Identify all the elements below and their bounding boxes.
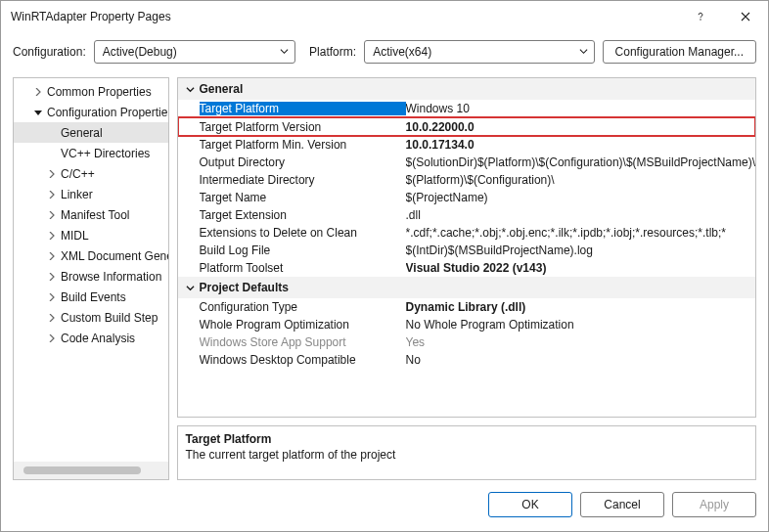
tree-node-manifest-tool[interactable]: Manifest Tool bbox=[14, 204, 169, 225]
tree-node-c-cpp[interactable]: C/C++ bbox=[14, 163, 169, 184]
navigation-tree[interactable]: Common Properties Configuration Properti… bbox=[13, 77, 169, 480]
expand-collapsed-icon bbox=[45, 170, 59, 178]
property-main: General Target Platform Windows 10 Targe… bbox=[177, 77, 756, 480]
horizontal-scrollbar[interactable] bbox=[14, 462, 168, 479]
property-row-target-name[interactable]: Target Name $(ProjectName) bbox=[178, 189, 755, 206]
configuration-manager-button[interactable]: Configuration Manager... bbox=[603, 40, 756, 64]
help-button[interactable] bbox=[678, 1, 723, 32]
cancel-button[interactable]: Cancel bbox=[580, 492, 664, 517]
property-row-target-platform-min-version[interactable]: Target Platform Min. Version 10.0.17134.… bbox=[178, 136, 755, 154]
property-pages-window: WinRTAdapter Property Pages Configuratio… bbox=[0, 0, 769, 532]
close-icon bbox=[741, 12, 750, 22]
property-row-build-log-file[interactable]: Build Log File $(IntDir)$(MSBuildProject… bbox=[178, 242, 755, 259]
tree-node-linker[interactable]: Linker bbox=[14, 184, 169, 204]
svg-point-0 bbox=[700, 19, 701, 20]
group-header-general[interactable]: General bbox=[178, 78, 755, 100]
platform-label: Platform: bbox=[309, 45, 356, 59]
chevron-down-icon bbox=[280, 45, 289, 59]
expand-expanded-icon bbox=[31, 109, 45, 116]
content-area: Common Properties Configuration Properti… bbox=[1, 77, 768, 488]
tree-node-vc-directories[interactable]: VC++ Directories bbox=[14, 143, 169, 163]
configuration-label: Configuration: bbox=[13, 45, 86, 59]
tree-node-code-analysis[interactable]: Code Analysis bbox=[14, 328, 169, 348]
expand-collapsed-icon bbox=[45, 334, 59, 342]
expand-collapsed-icon bbox=[45, 314, 59, 322]
tree-node-xml-doc-generator[interactable]: XML Document Generator bbox=[14, 245, 169, 266]
tree-node-midl[interactable]: MIDL bbox=[14, 225, 169, 245]
tree-node-custom-build-step[interactable]: Custom Build Step bbox=[14, 307, 169, 328]
expand-collapsed-icon bbox=[45, 273, 59, 281]
chevron-down-icon bbox=[182, 284, 200, 292]
chevron-down-icon bbox=[579, 45, 588, 59]
help-icon bbox=[695, 11, 706, 22]
tree-node-common-properties[interactable]: Common Properties bbox=[14, 81, 169, 102]
tree-node-browse-information[interactable]: Browse Information bbox=[14, 266, 169, 287]
property-row-target-platform[interactable]: Target Platform Windows 10 bbox=[178, 100, 755, 117]
chevron-down-icon bbox=[182, 85, 200, 94]
property-row-intermediate-directory[interactable]: Intermediate Directory $(Platform)\$(Con… bbox=[178, 171, 755, 189]
property-row-windows-store-app-support[interactable]: Windows Store App Support Yes bbox=[178, 333, 755, 351]
expand-collapsed-icon bbox=[45, 232, 59, 240]
description-panel: Target Platform The current target platf… bbox=[177, 425, 756, 480]
topbar: Configuration: Active(Debug) Platform: A… bbox=[1, 32, 768, 77]
property-row-output-directory[interactable]: Output Directory $(SolutionDir)$(Platfor… bbox=[178, 154, 755, 171]
close-button[interactable] bbox=[723, 1, 768, 32]
tree-node-general[interactable]: General bbox=[14, 122, 169, 143]
configuration-dropdown[interactable]: Active(Debug) bbox=[94, 40, 295, 64]
expand-collapsed-icon bbox=[45, 293, 59, 301]
group-header-project-defaults[interactable]: Project Defaults bbox=[178, 277, 755, 298]
tree-node-build-events[interactable]: Build Events bbox=[14, 287, 169, 307]
property-row-whole-program-optimization[interactable]: Whole Program Optimization No Whole Prog… bbox=[178, 316, 755, 333]
expand-collapsed-icon bbox=[45, 211, 59, 219]
scrollbar-thumb[interactable] bbox=[23, 466, 141, 474]
ok-button[interactable]: OK bbox=[488, 492, 572, 517]
expand-collapsed-icon bbox=[45, 252, 59, 260]
description-title: Target Platform bbox=[186, 432, 747, 446]
tree-node-configuration-properties[interactable]: Configuration Properties bbox=[14, 102, 169, 122]
dialog-footer: OK Cancel Apply bbox=[1, 488, 768, 531]
property-row-extensions-delete[interactable]: Extensions to Delete on Clean *.cdf;*.ca… bbox=[178, 224, 755, 242]
configuration-value: Active(Debug) bbox=[103, 45, 177, 59]
window-title: WinRTAdapter Property Pages bbox=[11, 10, 678, 23]
titlebar: WinRTAdapter Property Pages bbox=[1, 1, 768, 32]
platform-value: Active(x64) bbox=[373, 45, 431, 59]
description-text: The current target platform of the proje… bbox=[186, 448, 747, 462]
property-row-platform-toolset[interactable]: Platform Toolset Visual Studio 2022 (v14… bbox=[178, 259, 755, 277]
apply-button[interactable]: Apply bbox=[672, 492, 756, 517]
property-row-target-extension[interactable]: Target Extension .dll bbox=[178, 206, 755, 224]
property-grid[interactable]: General Target Platform Windows 10 Targe… bbox=[177, 77, 756, 418]
expand-collapsed-icon bbox=[45, 191, 59, 199]
property-row-target-platform-version[interactable]: Target Platform Version 10.0.22000.0 bbox=[178, 117, 755, 136]
expand-collapsed-icon bbox=[31, 88, 45, 96]
property-row-windows-desktop-compatible[interactable]: Windows Desktop Compatible No bbox=[178, 351, 755, 369]
platform-dropdown[interactable]: Active(x64) bbox=[364, 40, 594, 64]
property-row-configuration-type[interactable]: Configuration Type Dynamic Library (.dll… bbox=[178, 298, 755, 316]
